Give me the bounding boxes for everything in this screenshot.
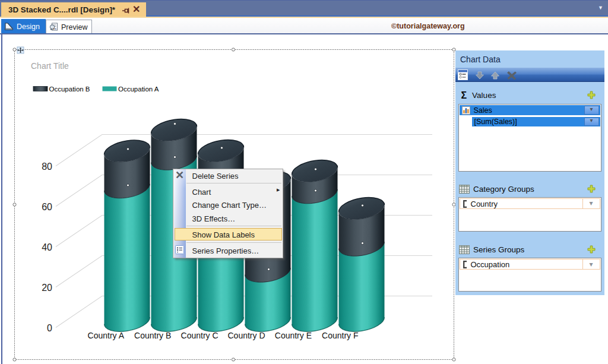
svg-text:0: 0 — [47, 323, 52, 333]
svg-text:80: 80 — [42, 162, 52, 172]
svg-text:Country B: Country B — [134, 331, 171, 340]
svg-text:60: 60 — [42, 202, 52, 212]
svg-text:Country A: Country A — [88, 331, 125, 340]
svg-text:Country E: Country E — [275, 331, 312, 340]
svg-text:Country C: Country C — [181, 331, 218, 340]
svg-text:Country D: Country D — [227, 331, 265, 340]
svg-text:Chart Title: Chart Title — [31, 61, 69, 71]
svg-text:20: 20 — [42, 283, 52, 293]
svg-text:Country F: Country F — [322, 331, 358, 340]
svg-text:40: 40 — [42, 242, 52, 252]
svg-text:Occupation B: Occupation B — [49, 86, 90, 93]
svg-text:Occupation A: Occupation A — [118, 86, 159, 93]
